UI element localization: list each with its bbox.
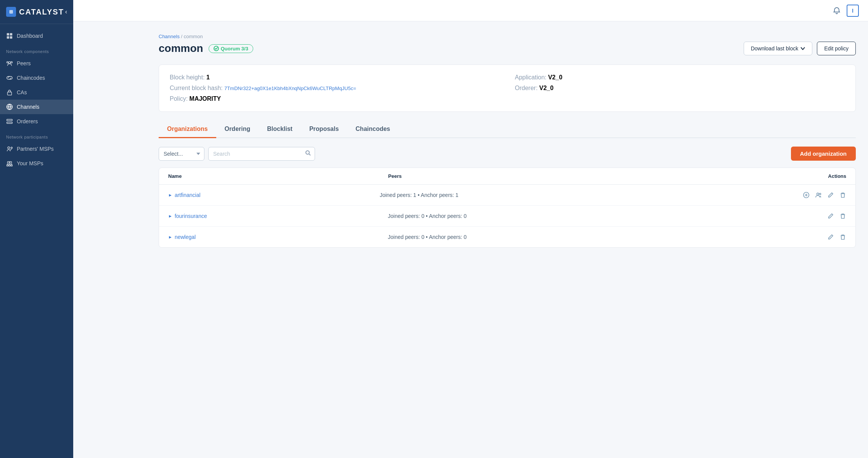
svg-point-11 (8, 147, 10, 149)
download-last-block-button[interactable]: Download last block (744, 42, 813, 55)
view-peers-button[interactable] (815, 192, 822, 198)
col-actions-header: Actions (828, 173, 846, 179)
svg-rect-7 (8, 92, 12, 95)
sidebar-item-channels[interactable]: Channels (0, 100, 73, 114)
application-label: Application: (515, 74, 547, 81)
svg-rect-10 (7, 122, 12, 124)
user-menu-button[interactable]: I (847, 5, 859, 17)
edit-org-button[interactable] (827, 234, 834, 240)
block-height-label: Block height: (170, 74, 205, 81)
tab-chaincodes[interactable]: Chaincodes (347, 121, 399, 138)
org-name-cell: ► artfinancial (168, 192, 380, 198)
tab-organizations[interactable]: Organizations (159, 121, 216, 138)
svg-rect-0 (7, 33, 9, 35)
chevron-down-icon (800, 47, 805, 50)
orderers-label: Orderers (17, 118, 38, 124)
sidebar-item-your-msps[interactable]: Your MSPs (0, 156, 73, 171)
filter-row: Select... Add organization (159, 147, 856, 161)
svg-point-12 (11, 147, 12, 148)
breadcrumb-current: common (184, 34, 203, 39)
network-participants-label: Network participants (0, 129, 73, 142)
sidebar-item-partners-msps[interactable]: Partners' MSPs (0, 142, 73, 156)
your-msps-icon (6, 160, 13, 167)
col-name-header: Name (168, 173, 388, 179)
chevron-right-icon: ► (168, 214, 172, 218)
sidebar-item-orderers[interactable]: Orderers (0, 114, 73, 129)
edit-org-button[interactable] (827, 213, 834, 219)
page-header-actions: Download last block Edit policy (744, 42, 856, 55)
org-name-link[interactable]: newlegal (175, 234, 196, 240)
orderer-row: Orderer: V2_0 (515, 85, 845, 92)
table-row: ► newlegal Joined peers: 0 • Anchor peer… (159, 227, 855, 247)
peers-info: Joined peers: 1 • Anchor peers: 1 (380, 192, 803, 198)
search-input[interactable] (208, 147, 315, 161)
svg-rect-2 (7, 36, 9, 39)
channels-label: Channels (17, 104, 39, 110)
sidebar-item-peers[interactable]: Peers (0, 56, 73, 71)
table-header: Name Peers Actions (159, 168, 855, 185)
org-name-link[interactable]: artfinancial (175, 192, 201, 198)
edit-policy-button[interactable]: Edit policy (817, 42, 856, 55)
peers-info: Joined peers: 0 • Anchor peers: 0 (388, 234, 827, 240)
add-organization-button[interactable]: Add organization (791, 147, 856, 161)
table-row: ► fourinsurance Joined peers: 0 • Anchor… (159, 206, 855, 227)
svg-rect-9 (7, 119, 12, 121)
svg-rect-14 (9, 165, 10, 166)
svg-line-23 (309, 154, 311, 155)
edit-icon (827, 234, 834, 240)
application-row: Application: V2_0 (515, 74, 845, 81)
svg-point-27 (817, 193, 819, 195)
tab-proposals[interactable]: Proposals (301, 121, 347, 138)
org-name-cell: ► fourinsurance (168, 213, 388, 219)
application-value: V2_0 (548, 74, 562, 81)
main-content: Channels / common common Quorum 3/3 Down… (146, 21, 868, 458)
block-height-value: 1 (206, 74, 210, 81)
info-grid: Block height: 1 Application: V2_0 Curren… (170, 74, 845, 102)
org-name-cell: ► newlegal (168, 234, 388, 240)
edit-org-button[interactable] (827, 192, 834, 198)
delete-org-button[interactable] (839, 213, 846, 219)
topbar: I (73, 0, 868, 21)
breadcrumb: Channels / common (159, 34, 856, 39)
tab-blocklist[interactable]: Blocklist (259, 121, 301, 138)
tab-bar: Organizations Ordering Blocklist Proposa… (159, 121, 856, 138)
svg-point-5 (7, 61, 8, 63)
filter-left: Select... (159, 147, 315, 161)
edit-icon (827, 213, 834, 219)
delete-org-button[interactable] (839, 234, 846, 240)
svg-point-28 (820, 193, 821, 195)
notifications-button[interactable] (833, 7, 841, 15)
svg-rect-1 (10, 33, 12, 35)
quorum-badge: Quorum 3/3 (209, 44, 253, 53)
org-name-link[interactable]: fourinsurance (175, 213, 207, 219)
cas-icon (6, 89, 13, 96)
breadcrumb-parent[interactable]: Channels (159, 34, 180, 39)
svg-rect-15 (11, 165, 13, 166)
network-components-label: Network components (0, 43, 73, 56)
breadcrumb-separator: / (181, 34, 184, 39)
org-filter-select[interactable]: Select... (159, 147, 204, 161)
delete-org-button[interactable] (839, 192, 846, 198)
sidebar-item-chaincodes[interactable]: Chaincodes (0, 71, 73, 85)
page-header: common Quorum 3/3 Download last block Ed… (159, 42, 856, 55)
trash-icon (839, 234, 846, 240)
orderers-icon (6, 118, 13, 125)
page-title: common (159, 42, 203, 55)
search-button[interactable] (305, 150, 311, 158)
collapse-sidebar-button[interactable]: ‹ (65, 8, 67, 15)
partners-msps-label: Partners' MSPs (17, 146, 54, 152)
add-peer-button[interactable] (803, 192, 810, 198)
current-block-hash-value[interactable]: 7TmDNr322+ag0X1e1Kbh4bXnqNpCk6WuCLTRpMqJ… (224, 85, 356, 91)
sidebar-item-cas[interactable]: CAs (0, 85, 73, 100)
policy-value: MAJORITY (190, 95, 221, 102)
sidebar-logo: ⊞ CATALYST ‹ (0, 0, 73, 24)
sidebar-item-dashboard[interactable]: Dashboard (0, 29, 73, 43)
info-card: Block height: 1 Application: V2_0 Curren… (159, 65, 856, 112)
chaincodes-label: Chaincodes (17, 75, 45, 81)
peers-info: Joined peers: 0 • Anchor peers: 0 (388, 213, 827, 219)
cas-label: CAs (17, 89, 27, 95)
svg-point-6 (11, 61, 12, 63)
trash-icon (839, 192, 846, 198)
quorum-text: Quorum 3/3 (221, 46, 248, 52)
tab-ordering[interactable]: Ordering (216, 121, 259, 138)
